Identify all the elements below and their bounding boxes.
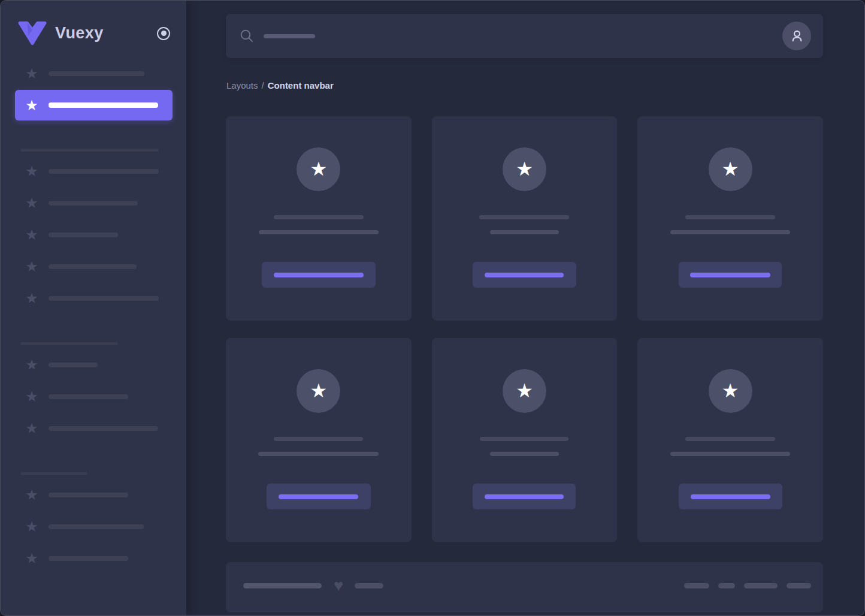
menu-item-label-skeleton (49, 296, 159, 301)
star-icon: ★ (25, 358, 39, 372)
menu-pin-toggle-icon[interactable] (157, 27, 170, 40)
card-avatar: ★ (709, 147, 752, 191)
sidebar-item[interactable]: ★ (15, 381, 173, 412)
card: ★ (637, 116, 823, 321)
menu-item-label-skeleton (49, 493, 128, 497)
star-icon: ★ (25, 421, 39, 436)
footer-link-skeleton[interactable] (787, 583, 811, 588)
card-button[interactable] (679, 262, 782, 288)
card-subtitle-skeleton (490, 452, 559, 456)
card-button[interactable] (473, 262, 576, 288)
sidebar-section: ★★★ (15, 472, 173, 574)
card: ★ (226, 116, 412, 321)
menu-pin-dot (161, 31, 167, 36)
menu-item-label-skeleton (49, 232, 118, 237)
star-icon: ★ (722, 159, 739, 179)
card-title-skeleton (479, 215, 569, 219)
breadcrumb-separator: / (262, 80, 264, 90)
card-subtitle-skeleton (258, 452, 379, 456)
sidebar: Vuexy ★★★★★★★★★★★★★ (1, 1, 186, 615)
card-button[interactable] (267, 484, 371, 509)
menu-item-label-skeleton (49, 363, 98, 367)
menu-item-label-skeleton (49, 426, 158, 431)
star-icon: ★ (310, 159, 327, 179)
card-button[interactable] (679, 484, 782, 509)
footer-link-skeleton[interactable] (744, 583, 778, 588)
card-avatar: ★ (709, 369, 752, 413)
star-icon: ★ (516, 381, 533, 400)
main-content: Layouts / Content navbar ★★★★★★ ♥ (186, 1, 864, 615)
footer-link-skeleton[interactable] (718, 583, 735, 588)
menu-item-label-skeleton (49, 556, 128, 561)
search-input[interactable] (240, 29, 782, 43)
card-subtitle-skeleton (670, 230, 790, 234)
sidebar-item[interactable]: ★ (15, 282, 173, 314)
sidebar-item[interactable]: ★ (15, 219, 173, 250)
card-button-label-skeleton (279, 494, 358, 499)
card-subtitle-skeleton (490, 230, 559, 234)
card-title-skeleton (274, 215, 364, 219)
section-header-skeleton (20, 342, 118, 345)
menu-item-label-skeleton (49, 102, 158, 108)
card-subtitle-skeleton (670, 452, 790, 456)
star-icon: ★ (25, 164, 39, 179)
star-icon: ★ (25, 389, 39, 404)
star-icon: ★ (25, 551, 39, 566)
card: ★ (637, 338, 823, 542)
card-button-label-skeleton (485, 494, 564, 499)
section-header-skeleton (20, 149, 159, 152)
star-icon: ★ (25, 67, 39, 81)
heart-icon: ♥ (334, 578, 343, 594)
sidebar-item[interactable]: ★ (15, 58, 173, 89)
star-icon: ★ (516, 159, 533, 179)
user-avatar[interactable] (782, 22, 811, 50)
sidebar-item[interactable]: ★ (15, 155, 173, 187)
card-button-label-skeleton (691, 494, 770, 499)
footer: ♥ (226, 562, 823, 612)
sidebar-item[interactable]: ★ (15, 412, 173, 444)
card-avatar: ★ (503, 147, 546, 191)
cards-grid: ★★★★★★ (226, 116, 823, 542)
card-button-label-skeleton (690, 273, 770, 277)
sidebar-item[interactable]: ★ (15, 542, 173, 574)
person-icon (789, 28, 805, 44)
card: ★ (432, 338, 618, 542)
sidebar-section: ★★★★★ (15, 149, 173, 314)
menu-item-label-skeleton (49, 524, 144, 529)
sidebar-item[interactable]: ★ (15, 479, 173, 511)
star-icon: ★ (25, 520, 39, 534)
card: ★ (226, 338, 412, 542)
search-icon (240, 29, 253, 43)
menu-item-label-skeleton (49, 71, 144, 76)
card-avatar: ★ (503, 369, 546, 413)
breadcrumb-section[interactable]: Layouts (226, 80, 258, 90)
vuexy-logo-icon (17, 20, 47, 46)
card-button[interactable] (473, 484, 576, 509)
sidebar-section: ★★★ (15, 342, 173, 444)
star-icon: ★ (722, 381, 739, 400)
card-button-label-skeleton (274, 273, 364, 277)
breadcrumb: Layouts / Content navbar (226, 80, 823, 90)
app-window: Vuexy ★★★★★★★★★★★★★ L (0, 0, 865, 616)
card-avatar: ★ (297, 369, 340, 413)
sidebar-item-active[interactable]: ★ (15, 90, 173, 120)
footer-links (684, 583, 811, 588)
sidebar-item[interactable]: ★ (15, 250, 173, 282)
star-icon: ★ (25, 488, 39, 502)
sidebar-item[interactable]: ★ (15, 511, 173, 542)
card-button-label-skeleton (485, 273, 564, 277)
breadcrumb-current: Content navbar (268, 80, 334, 90)
footer-link-skeleton[interactable] (684, 583, 709, 588)
card-title-skeleton (685, 437, 775, 441)
brand-title: Vuexy (55, 24, 104, 43)
card-title-skeleton (480, 437, 568, 441)
star-icon: ★ (25, 291, 39, 306)
sidebar-item[interactable]: ★ (15, 187, 173, 219)
menu-item-label-skeleton (49, 394, 128, 399)
star-icon: ★ (25, 98, 39, 113)
card-button[interactable] (262, 262, 376, 288)
card-title-skeleton (685, 215, 775, 219)
sidebar-item[interactable]: ★ (15, 349, 173, 381)
section-header-skeleton (20, 472, 87, 475)
card-title-skeleton (274, 437, 363, 441)
